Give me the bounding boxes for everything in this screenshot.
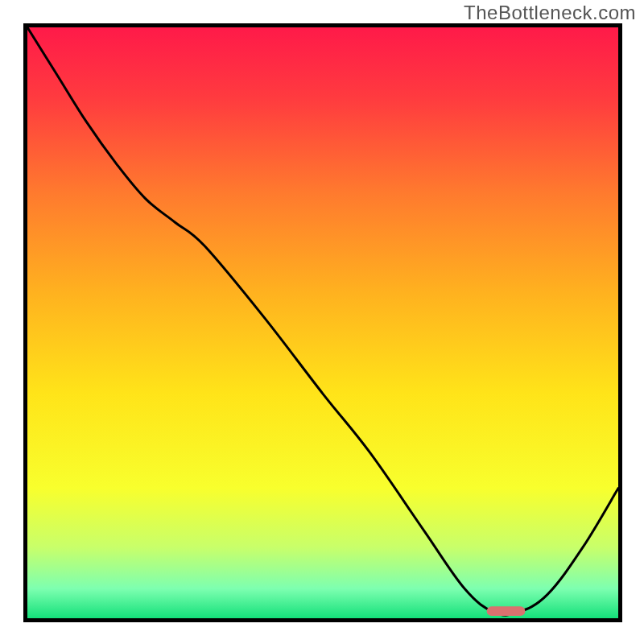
- chart-svg: [0, 0, 644, 644]
- target-marker: [487, 606, 526, 616]
- plot-background: [27, 27, 618, 618]
- watermark-text: TheBottleneck.com: [464, 2, 636, 24]
